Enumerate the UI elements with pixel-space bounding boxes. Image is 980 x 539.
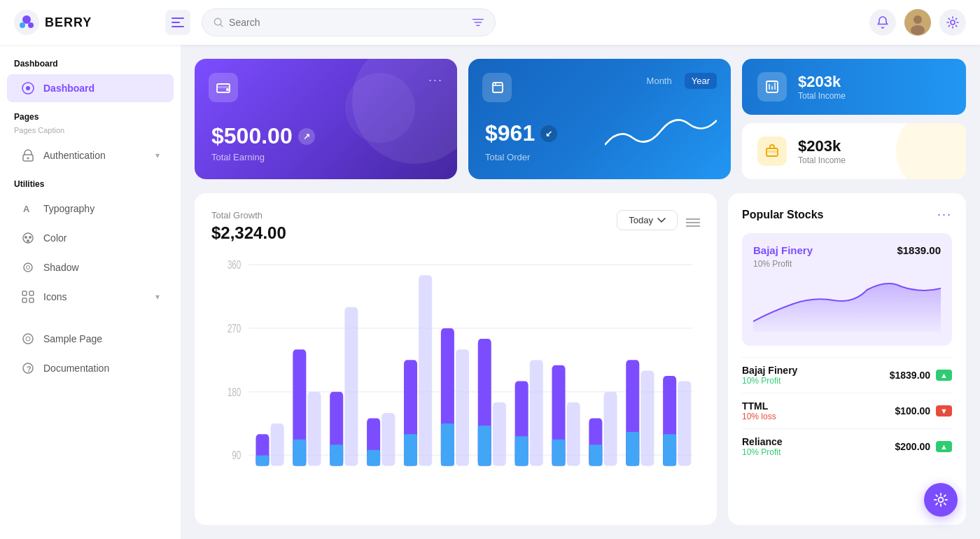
- svg-point-23: [29, 236, 31, 239]
- card-income-bottom: $203k Total Income: [742, 123, 966, 179]
- sidebar-item-typography-label: Typography: [43, 203, 94, 214]
- popular-stocks-more[interactable]: ···: [937, 207, 952, 222]
- search-input[interactable]: [229, 17, 467, 28]
- stock-bajaj-info: Bajaj Finery 10% Profit: [742, 365, 797, 386]
- color-icon: [21, 231, 35, 245]
- sidebar-item-icons-label: Icons: [43, 291, 66, 302]
- chart-section-row: Total Growth $2,324.00 Today: [195, 193, 966, 525]
- svg-text:360: 360: [227, 258, 241, 272]
- svg-rect-90: [678, 382, 691, 466]
- sidebar-section-dashboard: Dashboard: [0, 59, 181, 73]
- card-order: Month Year $961 ↙: [468, 59, 731, 179]
- income-top-label: Total Income: [798, 91, 846, 101]
- svg-rect-6: [172, 26, 184, 27]
- earning-trend-icon: ↗: [298, 128, 315, 145]
- cards-right: $203k Total Income $203k Total: [742, 59, 966, 179]
- menu-button[interactable]: [165, 10, 190, 35]
- chart-main: Total Growth $2,324.00 Today: [195, 193, 717, 525]
- stock-list-item-reliance[interactable]: Reliance 10% Profit $200.00 ▲: [742, 428, 952, 464]
- avatar[interactable]: [904, 9, 931, 36]
- sidebar-item-shadow-label: Shadow: [43, 262, 79, 273]
- tab-year[interactable]: Year: [685, 73, 717, 89]
- chart-amount: $2,324.00: [211, 223, 286, 243]
- tab-month[interactable]: Month: [640, 73, 679, 89]
- svg-rect-36: [217, 86, 230, 88]
- svg-rect-80: [552, 440, 565, 466]
- content-area: ··· $500.00 ↗ Total Earning Month Year: [181, 45, 980, 539]
- sidebar-item-documentation[interactable]: ? Documentation: [7, 354, 174, 382]
- svg-rect-43: [766, 150, 778, 153]
- sidebar-item-dashboard[interactable]: Dashboard: [7, 74, 174, 102]
- sidebar-section-pages: Pages: [0, 112, 181, 126]
- income-bottom-amount: $203k: [798, 137, 846, 155]
- chevron-down-icon: ▾: [155, 150, 160, 160]
- order-trend-icon: ↙: [540, 125, 557, 142]
- svg-rect-30: [29, 298, 34, 302]
- chart-today-button[interactable]: Today: [617, 210, 678, 230]
- featured-stock-price: $1839.00: [897, 244, 941, 256]
- order-card-tabs: Month Year: [640, 73, 717, 89]
- gear-icon: [946, 16, 959, 29]
- svg-point-32: [26, 337, 30, 341]
- chart-area: 360 270 180 90: [211, 254, 700, 508]
- svg-point-24: [27, 239, 29, 242]
- icons-nav-icon: [21, 290, 35, 304]
- sidebar-section-utilities: Utilities: [0, 179, 181, 193]
- svg-point-31: [23, 334, 33, 344]
- svg-rect-66: [382, 413, 395, 466]
- sidebar-item-typography[interactable]: A Typography: [7, 195, 174, 223]
- earning-label: Total Earning: [211, 152, 440, 162]
- featured-stock-profit: 10% Profit: [753, 259, 941, 269]
- stock-ttml-right: $100.00 ▼: [895, 405, 953, 416]
- svg-point-91: [939, 498, 944, 503]
- fab-settings-button[interactable]: [924, 483, 958, 517]
- main-layout: Dashboard Dashboard Pages Pages Caption: [0, 45, 980, 539]
- svg-rect-74: [478, 426, 491, 465]
- earning-amount: $500.00 ↗: [211, 123, 440, 149]
- svg-text:180: 180: [227, 386, 241, 399]
- svg-point-17: [26, 86, 30, 90]
- chart-title-group: Total Growth $2,324.00: [211, 210, 286, 243]
- sidebar-item-shadow[interactable]: Shadow: [7, 253, 174, 281]
- sidebar-item-color-label: Color: [43, 232, 66, 244]
- svg-rect-56: [255, 455, 269, 465]
- filter-icon[interactable]: [472, 18, 484, 27]
- svg-rect-69: [419, 275, 432, 465]
- svg-point-14: [911, 25, 925, 35]
- svg-rect-89: [663, 434, 676, 465]
- svg-text:270: 270: [227, 322, 241, 335]
- popular-stocks-title: Popular Stocks: [742, 209, 823, 221]
- earning-card-menu[interactable]: ···: [428, 73, 443, 88]
- sidebar-item-color[interactable]: Color: [7, 224, 174, 252]
- svg-rect-75: [493, 402, 506, 466]
- svg-point-37: [226, 88, 229, 91]
- svg-rect-60: [307, 392, 321, 466]
- notification-button[interactable]: [869, 9, 896, 36]
- featured-stock-card: Bajaj Finery $1839.00 10% Profit: [742, 233, 952, 346]
- svg-rect-28: [29, 291, 34, 295]
- stock-list-item-ttml[interactable]: TTML 10% loss $100.00 ▼: [742, 393, 952, 428]
- income-bottom-label: Total Income: [798, 155, 846, 165]
- popular-stocks-header: Popular Stocks ···: [742, 207, 952, 222]
- sidebar-item-authentication[interactable]: Authentication ▾: [7, 141, 174, 169]
- sidebar-item-sample-page[interactable]: Sample Page: [7, 325, 174, 353]
- svg-rect-59: [293, 440, 306, 466]
- chart-title: Total Growth: [211, 210, 286, 220]
- topbar-settings-button[interactable]: [939, 9, 966, 36]
- search-icon: [214, 17, 223, 28]
- svg-point-3: [28, 22, 34, 28]
- svg-point-15: [951, 20, 955, 24]
- stock-ttml-info: TTML 10% loss: [742, 400, 776, 421]
- income-bottom-info: $203k Total Income: [798, 137, 846, 165]
- stock-reliance-info: Reliance 10% Profit: [742, 436, 783, 457]
- order-wave-chart: [605, 106, 717, 158]
- icons-chevron-down-icon: ▾: [155, 292, 160, 302]
- order-card-icon: [482, 73, 512, 102]
- reliance-trend-badge: ▲: [936, 441, 952, 452]
- svg-rect-77: [515, 436, 528, 465]
- stock-list-item-bajaj[interactable]: Bajaj Finery 10% Profit $1839.00 ▲: [742, 357, 952, 393]
- sidebar-item-icons[interactable]: Icons ▾: [7, 283, 174, 311]
- chart-menu-icon[interactable]: [686, 218, 700, 227]
- svg-rect-71: [441, 424, 454, 466]
- card-earning: ··· $500.00 ↗ Total Earning: [195, 59, 457, 179]
